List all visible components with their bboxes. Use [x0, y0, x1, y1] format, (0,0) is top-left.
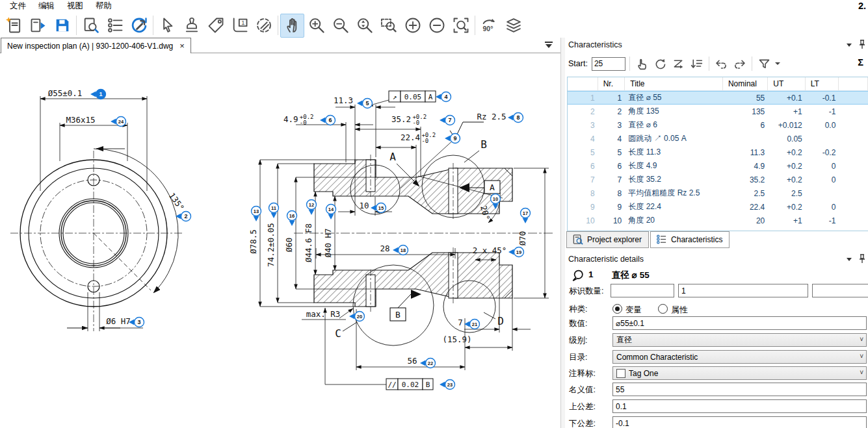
balloon-9[interactable]: 9 — [445, 134, 460, 144]
settings-wrench-button[interactable] — [127, 14, 151, 38]
close-tab-icon[interactable]: × — [179, 41, 185, 51]
layers-button[interactable] — [501, 14, 525, 38]
zoom-auto-button[interactable] — [352, 14, 376, 38]
collapse-caret-icon[interactable] — [847, 258, 852, 261]
tag-checkbox[interactable] — [616, 369, 625, 378]
sum-sigma-button[interactable]: Σ — [858, 57, 863, 68]
zoom-fit-button[interactable] — [449, 14, 473, 38]
dimension-tool-button[interactable]: 1 — [228, 14, 252, 38]
collapse-caret-icon[interactable] — [847, 44, 852, 47]
new-inspection-plan-button[interactable] — [2, 14, 26, 38]
balloon-19[interactable]: 19 — [508, 247, 524, 257]
hatch-region-tool-button[interactable] — [252, 14, 276, 38]
balloon-8[interactable]: 8 — [508, 113, 523, 123]
balloon-14[interactable]: 14 — [326, 205, 336, 220]
zoom-out-button[interactable] — [328, 14, 352, 38]
menu-item-4[interactable]: 帮助 — [90, 0, 118, 13]
table-row-4[interactable]: 44圆跳动 ↗ 0.05 A0.05 — [568, 132, 868, 145]
table-row-2[interactable]: 22角度 135135+1-1 — [568, 105, 868, 118]
level-select[interactable]: 直径˅ — [612, 333, 867, 347]
table-row-7[interactable]: 77长度 35.235.2+0.20 — [568, 173, 868, 186]
column-header-ut[interactable]: UT — [768, 77, 806, 90]
lower-tolerance-input[interactable] — [612, 416, 867, 428]
balloon-22[interactable]: 22 — [420, 359, 436, 368]
tag-select[interactable]: Tag One˅ — [612, 366, 867, 380]
balloon-5[interactable]: 5 — [357, 99, 373, 108]
table-row-9[interactable]: 99长度 22.422.4+0.20 — [568, 200, 868, 214]
increase-button[interactable] — [401, 14, 425, 38]
svg-text:Ø40 H7: Ø40 H7 — [323, 228, 333, 257]
open-inspection-plan-button[interactable] — [26, 14, 50, 38]
document-tab[interactable]: New inspection plan (A) | 930-1200-406-V… — [1, 38, 191, 53]
tag-tool-button[interactable] — [204, 14, 228, 38]
menu-item-2[interactable]: 编辑 — [33, 0, 61, 13]
pin-icon[interactable] — [858, 40, 867, 50]
balloon-12[interactable]: 12 — [307, 200, 317, 216]
column-header-lt[interactable]: LT — [806, 77, 839, 90]
balloon-4[interactable]: 4 — [436, 92, 451, 102]
column-header-nominal[interactable]: Nominal — [723, 77, 768, 90]
id-count-input-3[interactable] — [812, 284, 868, 297]
kind-radio-variable[interactable]: 变量 — [612, 305, 642, 314]
kind-radio-attribute[interactable]: 属性 — [658, 305, 687, 314]
subtab-project-explorer[interactable]: Project explorer — [566, 231, 649, 248]
balloon-18[interactable]: 18 — [393, 245, 408, 255]
table-row-10[interactable]: 1010角度 2020+1-1 — [568, 214, 868, 227]
column-header-blank[interactable] — [568, 77, 598, 90]
zigzag-order-icon[interactable] — [670, 56, 687, 72]
column-header-title[interactable]: Title — [625, 77, 723, 90]
balloon-21[interactable]: 21 — [464, 320, 480, 329]
balloon-17[interactable]: 17 — [521, 208, 531, 224]
subtab-characteristics[interactable]: Characteristics — [650, 231, 730, 248]
table-row-3[interactable]: 33直径 ⌀ 66+0.0120.0 — [568, 118, 868, 132]
balloon-20[interactable]: 20 — [349, 312, 365, 321]
sort-list-icon[interactable] — [689, 56, 705, 72]
zoom-window-button[interactable] — [376, 14, 401, 38]
balloon-2[interactable]: 2 — [176, 212, 191, 221]
characteristics-list-button[interactable] — [103, 14, 127, 38]
tab-list-dropdown-icon[interactable] — [544, 42, 554, 49]
column-header-blank[interactable] — [839, 77, 868, 90]
point-select-icon[interactable] — [634, 56, 650, 72]
balloon-16[interactable]: 16 — [287, 211, 297, 227]
table-row-5[interactable]: 55长度 11.311.3+0.2-0.2 — [568, 145, 868, 159]
nominal-input[interactable] — [612, 383, 867, 396]
balloon-3[interactable]: 3 — [129, 318, 144, 327]
id-count-input-1[interactable] — [611, 284, 674, 297]
balloon-23[interactable]: 23 — [440, 380, 455, 390]
filter-caret-icon[interactable] — [775, 62, 780, 65]
menu-item-1[interactable]: 文件 — [4, 0, 33, 13]
rotate-90-button[interactable]: 90° — [477, 14, 501, 38]
start-input[interactable] — [592, 57, 625, 71]
id-count-input-2[interactable] — [678, 284, 808, 297]
save-button[interactable] — [50, 14, 74, 38]
balloon-6[interactable]: 6 — [320, 116, 335, 125]
find-document-button[interactable] — [79, 14, 103, 38]
decrease-button[interactable] — [425, 14, 449, 38]
balloon-24[interactable]: 24 — [111, 117, 126, 127]
column-header-nr[interactable]: Nr. — [598, 77, 625, 90]
drawing-viewport[interactable]: Ø55±0.1M36x15135°Ø6 H711.34.9+0.2-035.2+… — [0, 53, 560, 428]
balloon-1[interactable]: 1 — [90, 90, 106, 99]
catalog-select[interactable]: Common Characteristic˅ — [612, 350, 867, 364]
drawing-canvas[interactable]: Ø55±0.1M36x15135°Ø6 H711.34.9+0.2-035.2+… — [0, 53, 560, 428]
pan-tool-button[interactable] — [280, 14, 304, 38]
balloon-7[interactable]: 7 — [440, 116, 455, 125]
move-prev-icon[interactable] — [713, 56, 730, 72]
balloon-15[interactable]: 15 — [371, 203, 386, 213]
zoom-in-button[interactable] — [304, 14, 328, 38]
pin-icon[interactable] — [858, 254, 867, 264]
table-row-6[interactable]: 66长度 4.94.9+0.20 — [568, 159, 868, 173]
upper-tolerance-input[interactable] — [612, 399, 867, 413]
balloon-11[interactable]: 11 — [269, 203, 279, 219]
menu-item-3[interactable]: 视图 — [61, 0, 90, 13]
select-cursor-button[interactable] — [155, 14, 179, 38]
loop-arrow-icon[interactable] — [652, 56, 668, 72]
balloon-13[interactable]: 13 — [252, 207, 261, 222]
stamp-tool-button[interactable] — [179, 14, 204, 38]
filter-icon[interactable] — [756, 56, 772, 72]
value-input[interactable] — [612, 316, 867, 330]
move-next-icon[interactable] — [731, 56, 748, 72]
table-row-1[interactable]: 11直径 ⌀ 5555+0.1-0.1 — [568, 91, 868, 105]
table-row-8[interactable]: 88平均值粗糙度 Rz 2.52.52.5 — [568, 186, 868, 200]
